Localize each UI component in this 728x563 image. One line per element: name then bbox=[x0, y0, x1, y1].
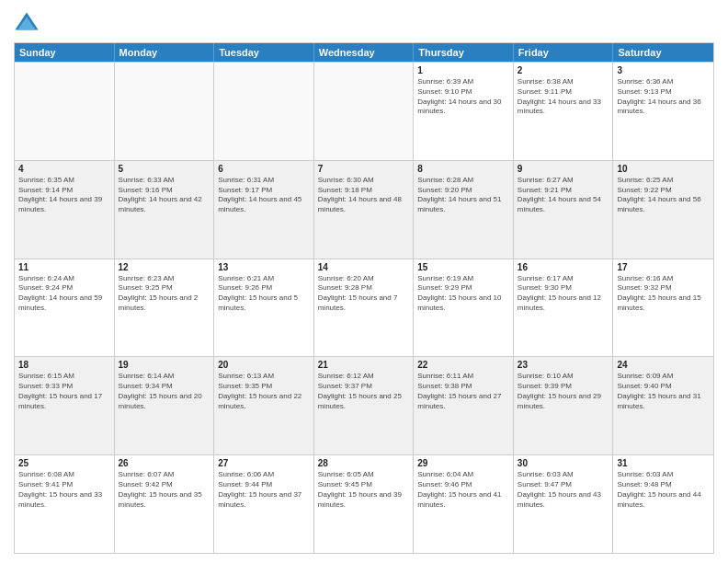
day-info: Sunrise: 6:38 AMSunset: 9:11 PMDaylight:… bbox=[518, 77, 609, 117]
logo bbox=[14, 9, 43, 35]
day-number: 13 bbox=[218, 262, 310, 272]
calendar-cell: 5Sunrise: 6:33 AMSunset: 9:16 PMDaylight… bbox=[115, 161, 215, 259]
calendar-cell: 16Sunrise: 6:17 AMSunset: 9:30 PMDayligh… bbox=[514, 259, 614, 357]
calendar-cell: 10Sunrise: 6:25 AMSunset: 9:22 PMDayligh… bbox=[613, 161, 713, 259]
calendar-cell: 27Sunrise: 6:06 AMSunset: 9:44 PMDayligh… bbox=[214, 455, 314, 553]
page: SundayMondayTuesdayWednesdayThursdayFrid… bbox=[0, 0, 728, 563]
day-info: Sunrise: 6:12 AMSunset: 9:37 PMDaylight:… bbox=[318, 372, 410, 411]
calendar-cell: 4Sunrise: 6:35 AMSunset: 9:14 PMDaylight… bbox=[15, 161, 115, 259]
calendar-cell: 6Sunrise: 6:31 AMSunset: 9:17 PMDaylight… bbox=[214, 161, 314, 259]
calendar-cell: 18Sunrise: 6:15 AMSunset: 9:33 PMDayligh… bbox=[15, 357, 115, 454]
day-number: 29 bbox=[417, 458, 509, 468]
day-info: Sunrise: 6:04 AMSunset: 9:46 PMDaylight:… bbox=[417, 470, 509, 510]
calendar-cell: 1Sunrise: 6:39 AMSunset: 9:10 PMDaylight… bbox=[414, 63, 514, 160]
day-number: 18 bbox=[18, 360, 110, 370]
calendar-cell bbox=[214, 63, 314, 160]
day-number: 11 bbox=[18, 262, 110, 272]
day-number: 9 bbox=[518, 164, 609, 174]
day-number: 8 bbox=[417, 164, 509, 174]
calendar-row-1: 1Sunrise: 6:39 AMSunset: 9:10 PMDaylight… bbox=[15, 62, 713, 160]
day-number: 14 bbox=[318, 262, 410, 272]
calendar-cell bbox=[314, 63, 415, 160]
day-number: 31 bbox=[617, 458, 710, 468]
day-info: Sunrise: 6:39 AMSunset: 9:10 PMDaylight:… bbox=[417, 77, 509, 117]
day-info: Sunrise: 6:28 AMSunset: 9:20 PMDaylight:… bbox=[417, 176, 509, 215]
day-info: Sunrise: 6:13 AMSunset: 9:35 PMDaylight:… bbox=[218, 372, 310, 411]
weekday-header-wednesday: Wednesday bbox=[314, 43, 415, 62]
day-info: Sunrise: 6:23 AMSunset: 9:25 PMDaylight:… bbox=[119, 274, 210, 314]
calendar-cell: 22Sunrise: 6:11 AMSunset: 9:38 PMDayligh… bbox=[414, 357, 514, 454]
calendar-cell: 13Sunrise: 6:21 AMSunset: 9:26 PMDayligh… bbox=[214, 259, 314, 357]
day-number: 3 bbox=[617, 65, 710, 75]
day-info: Sunrise: 6:35 AMSunset: 9:14 PMDaylight:… bbox=[18, 176, 110, 215]
day-number: 10 bbox=[617, 164, 710, 174]
day-number: 17 bbox=[617, 262, 710, 272]
header bbox=[14, 9, 714, 35]
day-number: 6 bbox=[218, 164, 310, 174]
day-info: Sunrise: 6:24 AMSunset: 9:24 PMDaylight:… bbox=[18, 274, 110, 314]
calendar-cell: 26Sunrise: 6:07 AMSunset: 9:42 PMDayligh… bbox=[115, 455, 215, 553]
calendar-cell: 28Sunrise: 6:05 AMSunset: 9:45 PMDayligh… bbox=[314, 455, 415, 553]
calendar-cell: 25Sunrise: 6:08 AMSunset: 9:41 PMDayligh… bbox=[15, 455, 115, 553]
day-number: 16 bbox=[518, 262, 609, 272]
day-info: Sunrise: 6:03 AMSunset: 9:47 PMDaylight:… bbox=[518, 470, 609, 510]
day-info: Sunrise: 6:03 AMSunset: 9:48 PMDaylight:… bbox=[617, 470, 710, 510]
calendar-cell bbox=[15, 63, 115, 160]
calendar-row-4: 18Sunrise: 6:15 AMSunset: 9:33 PMDayligh… bbox=[15, 356, 713, 454]
day-info: Sunrise: 6:25 AMSunset: 9:22 PMDaylight:… bbox=[617, 176, 710, 215]
day-info: Sunrise: 6:33 AMSunset: 9:16 PMDaylight:… bbox=[119, 176, 210, 215]
calendar-cell: 19Sunrise: 6:14 AMSunset: 9:34 PMDayligh… bbox=[115, 357, 215, 454]
calendar-cell: 17Sunrise: 6:16 AMSunset: 9:32 PMDayligh… bbox=[613, 259, 713, 357]
calendar-body: 1Sunrise: 6:39 AMSunset: 9:10 PMDaylight… bbox=[15, 62, 713, 553]
day-info: Sunrise: 6:17 AMSunset: 9:30 PMDaylight:… bbox=[518, 274, 609, 314]
calendar-cell bbox=[115, 63, 215, 160]
calendar-cell: 12Sunrise: 6:23 AMSunset: 9:25 PMDayligh… bbox=[115, 259, 215, 357]
day-number: 4 bbox=[18, 164, 110, 174]
calendar-header: SundayMondayTuesdayWednesdayThursdayFrid… bbox=[15, 43, 713, 62]
day-number: 2 bbox=[518, 65, 609, 75]
day-info: Sunrise: 6:08 AMSunset: 9:41 PMDaylight:… bbox=[18, 470, 110, 510]
day-info: Sunrise: 6:19 AMSunset: 9:29 PMDaylight:… bbox=[417, 274, 509, 314]
logo-icon bbox=[14, 9, 40, 35]
day-info: Sunrise: 6:07 AMSunset: 9:42 PMDaylight:… bbox=[119, 470, 210, 510]
calendar-cell: 3Sunrise: 6:36 AMSunset: 9:13 PMDaylight… bbox=[613, 63, 713, 160]
calendar-cell: 2Sunrise: 6:38 AMSunset: 9:11 PMDaylight… bbox=[514, 63, 614, 160]
calendar-cell: 14Sunrise: 6:20 AMSunset: 9:28 PMDayligh… bbox=[314, 259, 415, 357]
day-info: Sunrise: 6:09 AMSunset: 9:40 PMDaylight:… bbox=[617, 372, 710, 411]
day-number: 30 bbox=[518, 458, 609, 468]
weekday-header-monday: Monday bbox=[115, 43, 215, 62]
day-number: 21 bbox=[318, 360, 410, 370]
day-number: 22 bbox=[417, 360, 509, 370]
day-info: Sunrise: 6:14 AMSunset: 9:34 PMDaylight:… bbox=[119, 372, 210, 411]
day-number: 28 bbox=[318, 458, 410, 468]
day-info: Sunrise: 6:20 AMSunset: 9:28 PMDaylight:… bbox=[318, 274, 410, 314]
day-number: 26 bbox=[119, 458, 210, 468]
day-number: 25 bbox=[18, 458, 110, 468]
calendar-cell: 15Sunrise: 6:19 AMSunset: 9:29 PMDayligh… bbox=[414, 259, 514, 357]
weekday-header-friday: Friday bbox=[514, 43, 614, 62]
calendar-cell: 11Sunrise: 6:24 AMSunset: 9:24 PMDayligh… bbox=[15, 259, 115, 357]
day-info: Sunrise: 6:05 AMSunset: 9:45 PMDaylight:… bbox=[318, 470, 410, 510]
day-info: Sunrise: 6:27 AMSunset: 9:21 PMDaylight:… bbox=[518, 176, 609, 215]
day-number: 23 bbox=[518, 360, 609, 370]
calendar-cell: 21Sunrise: 6:12 AMSunset: 9:37 PMDayligh… bbox=[314, 357, 415, 454]
calendar-cell: 31Sunrise: 6:03 AMSunset: 9:48 PMDayligh… bbox=[613, 455, 713, 553]
day-number: 24 bbox=[617, 360, 710, 370]
calendar: SundayMondayTuesdayWednesdayThursdayFrid… bbox=[14, 42, 714, 554]
weekday-header-thursday: Thursday bbox=[414, 43, 514, 62]
day-number: 27 bbox=[218, 458, 310, 468]
day-info: Sunrise: 6:30 AMSunset: 9:18 PMDaylight:… bbox=[318, 176, 410, 215]
weekday-header-tuesday: Tuesday bbox=[214, 43, 314, 62]
calendar-cell: 29Sunrise: 6:04 AMSunset: 9:46 PMDayligh… bbox=[414, 455, 514, 553]
day-number: 20 bbox=[218, 360, 310, 370]
weekday-header-saturday: Saturday bbox=[613, 43, 713, 62]
day-info: Sunrise: 6:06 AMSunset: 9:44 PMDaylight:… bbox=[218, 470, 310, 510]
day-info: Sunrise: 6:15 AMSunset: 9:33 PMDaylight:… bbox=[18, 372, 110, 411]
day-info: Sunrise: 6:21 AMSunset: 9:26 PMDaylight:… bbox=[218, 274, 310, 314]
calendar-cell: 9Sunrise: 6:27 AMSunset: 9:21 PMDaylight… bbox=[514, 161, 614, 259]
calendar-cell: 8Sunrise: 6:28 AMSunset: 9:20 PMDaylight… bbox=[414, 161, 514, 259]
calendar-cell: 20Sunrise: 6:13 AMSunset: 9:35 PMDayligh… bbox=[214, 357, 314, 454]
day-number: 7 bbox=[318, 164, 410, 174]
calendar-cell: 30Sunrise: 6:03 AMSunset: 9:47 PMDayligh… bbox=[514, 455, 614, 553]
day-number: 15 bbox=[417, 262, 509, 272]
